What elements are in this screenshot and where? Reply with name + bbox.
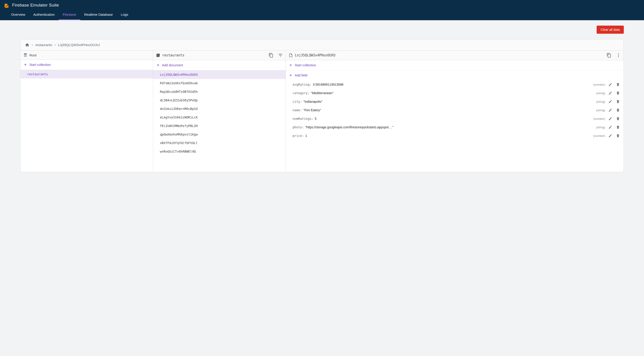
action-label: Add document (162, 63, 183, 67)
column-title: Lnj35QLQW3x4PHosOUXU (295, 53, 605, 57)
delete-icon[interactable] (616, 117, 620, 121)
field-value: 3.5816899119913588 (313, 83, 592, 86)
more-vert-icon[interactable] (616, 53, 621, 58)
field-row[interactable]: numRatings:5(number) (286, 114, 624, 123)
documents-column: restaurants + Add document Lnj35QLQW3x4P… (153, 51, 286, 172)
edit-icon[interactable] (608, 108, 612, 112)
field-type: (number) (593, 83, 605, 86)
field-type: (string) (596, 92, 605, 95)
add-document-button[interactable]: + Add document (153, 60, 286, 70)
field-row[interactable]: category:"Mediterranean"(string) (286, 89, 624, 97)
field-key: price: (292, 134, 304, 138)
delete-icon[interactable] (616, 91, 620, 95)
field-key: photo: (292, 125, 304, 129)
tab-authentication[interactable]: Authentication (30, 9, 59, 20)
document-item[interactable]: vBXfFAzOfqYGCfbFVULl (153, 139, 286, 147)
breadcrumb-item[interactable]: restaurants (35, 43, 52, 47)
tab-overview[interactable]: Overview (7, 9, 30, 20)
tab-logs[interactable]: Logs (117, 9, 132, 20)
delete-icon[interactable] (616, 100, 620, 104)
database-icon (23, 53, 28, 57)
column-title: restaurants (162, 53, 267, 57)
action-label: Start collection (30, 63, 51, 67)
document-item[interactable]: dnZokuiZOEmrnMOcBpSO (153, 105, 286, 113)
filter-icon[interactable] (278, 53, 283, 58)
document-item[interactable]: fEcZoNSVMNoPefyPBLZH (153, 122, 286, 130)
root-column: Root + Start collection restaurants (20, 51, 153, 172)
delete-icon[interactable] (616, 83, 620, 87)
plus-icon: + (290, 73, 292, 78)
tab-firestore[interactable]: Firestore (59, 9, 80, 20)
nav-tabs: OverviewAuthenticationFirestoreRealtime … (0, 9, 644, 20)
tab-realtime-database[interactable]: Realtime Database (80, 9, 117, 20)
document-icon (288, 53, 293, 58)
edit-icon[interactable] (608, 100, 612, 104)
field-value: "Fire Eatery" (303, 108, 595, 112)
chevron-right-icon: › (32, 43, 33, 47)
document-item[interactable]: Lnj35QLQW3x4PHosOUXU (153, 70, 286, 79)
field-row[interactable]: city:"Indianapolis"(string) (286, 97, 624, 106)
edit-icon[interactable] (608, 117, 612, 121)
clear-all-data-button[interactable]: Clear all data (596, 26, 624, 34)
document-item[interactable]: eLAgYxeSS6k2zWORiLcK (153, 113, 286, 122)
chevron-right-icon: › (54, 43, 56, 47)
column-header: Lnj35QLQW3x4PHosOUXU (286, 51, 624, 60)
field-actions (608, 83, 620, 87)
action-label: Start collection (295, 63, 316, 67)
field-key: city: (292, 100, 302, 103)
field-row[interactable]: name:"Fire Eatery"(string) (286, 106, 624, 114)
breadcrumb: › restaurants › Lnj35QLQW3x4PHosOUXU (20, 39, 624, 51)
svg-point-2 (618, 56, 619, 57)
field-value: "Mediterranean" (311, 91, 595, 95)
field-key: category: (292, 91, 310, 95)
field-actions (608, 91, 620, 95)
plus-icon: + (290, 63, 292, 68)
copy-icon[interactable] (268, 53, 274, 58)
data-columns: Root + Start collection restaurants rest… (20, 51, 624, 172)
field-actions (608, 125, 620, 129)
field-value: 5 (315, 117, 592, 121)
delete-icon[interactable] (616, 125, 620, 129)
start-collection-button[interactable]: + Start collection (286, 60, 624, 70)
field-type: (number) (593, 134, 605, 138)
collection-icon (156, 53, 160, 58)
field-key: name: (292, 108, 302, 112)
document-item[interactable]: qpOwXmohoMhKpnzt1Kgw (153, 130, 286, 139)
column-header: Root (20, 51, 153, 60)
svg-point-1 (618, 55, 619, 56)
field-type: (number) (593, 117, 605, 121)
document-item[interactable]: dL5B4vLDZZubSRy5PeQp (153, 96, 286, 105)
edit-icon[interactable] (608, 91, 612, 95)
toolbar: Clear all data (0, 20, 644, 34)
column-title: Root (30, 53, 150, 57)
delete-icon[interactable] (616, 134, 620, 138)
plus-icon: + (24, 63, 27, 67)
edit-icon[interactable] (608, 125, 612, 129)
field-key: numRatings: (292, 117, 314, 121)
home-icon[interactable] (25, 43, 30, 47)
field-actions (608, 134, 620, 138)
field-row[interactable]: avgRating:3.5816899119913588(number) (286, 80, 624, 89)
field-row[interactable]: photo:"https://storage.googleapis.com/fi… (286, 123, 624, 132)
field-type: (string) (596, 109, 605, 112)
start-collection-button[interactable]: + Start collection (20, 60, 153, 70)
document-item[interactable]: Rqq3DcuUdHTsOBfOSd5h (153, 87, 286, 96)
field-actions (608, 117, 620, 121)
breadcrumb-item[interactable]: Lnj35QLQW3x4PHosOUXU (58, 43, 100, 47)
copy-icon[interactable] (606, 53, 612, 58)
document-item[interactable]: wnRoGUiCTv6hRBWEl9Q (153, 147, 286, 156)
field-value: "https://storage.googleapis.com/firestor… (305, 125, 594, 129)
action-label: Add field (295, 74, 308, 77)
edit-icon[interactable] (608, 83, 612, 87)
field-value: "Indianapolis" (303, 100, 595, 103)
field-row[interactable]: price:1(number) (286, 132, 624, 140)
app-header: Firebase Emulator Suite OverviewAuthenti… (0, 0, 644, 20)
document-item[interactable]: Pd7oNz2eXKxTQsKO9va6 (153, 79, 286, 87)
collection-item[interactable]: restaurants (20, 70, 153, 79)
svg-point-0 (618, 54, 619, 54)
delete-icon[interactable] (616, 108, 620, 112)
column-header: restaurants (153, 51, 286, 60)
add-field-button[interactable]: + Add field (286, 70, 624, 80)
edit-icon[interactable] (608, 134, 612, 138)
firestore-panel: › restaurants › Lnj35QLQW3x4PHosOUXU Roo… (20, 39, 624, 172)
